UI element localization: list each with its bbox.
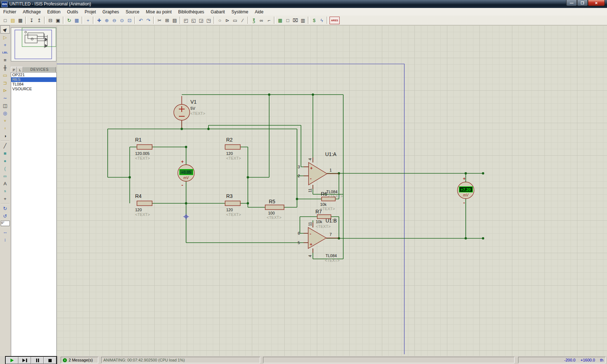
voltage-probe-tool[interactable]: V [1, 117, 9, 125]
tape-recorder-tool[interactable]: ◫ [1, 102, 9, 109]
device-pin-tool[interactable]: ⊳ [1, 87, 9, 94]
restore-button[interactable]: ❐ [577, 0, 588, 6]
subcircuit-tool[interactable]: ▭ [1, 72, 9, 79]
block-move-icon[interactable]: ◱ [190, 17, 197, 24]
remove-sheet-icon[interactable]: ⌧ [292, 17, 299, 24]
minimize-button[interactable]: — [566, 0, 577, 6]
circle-2d-tool[interactable]: ● [1, 157, 9, 165]
symbol-2d-tool[interactable]: S [1, 187, 9, 195]
zoom-area-icon[interactable]: ⊡ [126, 17, 133, 24]
electrical-rule-check-icon[interactable]: ϟ [318, 17, 325, 24]
device-item-res[interactable]: RES [11, 77, 56, 82]
virtual-instrument-tool[interactable]: ◑ [1, 132, 9, 140]
mirror-horizontal-tool[interactable]: ↔ [1, 228, 9, 236]
component-tool[interactable]: ▷ [1, 34, 9, 41]
export-section-icon[interactable]: ↥ [36, 17, 43, 24]
wire-label-tool[interactable]: LBL [1, 49, 9, 56]
play-button[interactable] [6, 357, 18, 364]
toggle-grid-icon[interactable]: ▦ [73, 17, 80, 24]
component-u1a[interactable]: + - U1:A 3 2 1 4 11 TL084 <TEXT> [298, 151, 343, 198]
component-v1[interactable]: V1 5V <TEXT> [174, 96, 205, 128]
import-section-icon[interactable]: ↧ [28, 17, 35, 24]
make-device-icon[interactable]: ⊳ [224, 17, 231, 24]
pick-device-icon[interactable]: ○ [216, 17, 223, 24]
design-explorer-icon[interactable]: ▦ [277, 17, 284, 24]
rotation-angle-field[interactable]: 0° [1, 221, 10, 226]
refresh-icon[interactable]: ↻ [66, 17, 73, 24]
text-script-tool[interactable]: ≡ [1, 56, 9, 64]
block-delete-icon[interactable]: ◳ [205, 17, 212, 24]
block-copy-icon[interactable]: ◰ [182, 17, 189, 24]
stop-button[interactable] [44, 357, 56, 364]
box-2d-tool[interactable]: ■ [1, 150, 9, 157]
marker-2d-tool[interactable]: + [1, 195, 9, 203]
zoom-out-icon[interactable]: ⊖ [111, 17, 118, 24]
device-item-op221[interactable]: OP221 [11, 73, 56, 77]
netlist-to-ares-icon[interactable]: ARES [330, 17, 340, 24]
menu-système[interactable]: Système [228, 9, 251, 15]
wire-autorouter-icon[interactable]: ℥ [250, 17, 257, 24]
current-probe-tool[interactable]: I [1, 125, 9, 132]
rotate-anticlockwise-tool[interactable]: ↺ [1, 212, 9, 220]
zoom-all-icon[interactable]: ⊙ [119, 17, 125, 24]
device-item-tl084[interactable]: TL084 [11, 82, 56, 87]
mirror-vertical-tool[interactable]: ↕ [1, 236, 9, 243]
graph-tool[interactable]: ∼ [1, 94, 9, 102]
message-counter[interactable]: i 2 Message(s) [61, 357, 98, 363]
packaging-tool-icon[interactable]: ▭ [232, 17, 238, 24]
component-r2[interactable]: R2 120 <TEXT> [225, 137, 241, 160]
menu-fichier[interactable]: Fichier [0, 9, 20, 15]
line-2d-tool[interactable]: ╱ [1, 142, 9, 150]
text-2d-tool[interactable]: A [1, 180, 9, 187]
new-file-icon[interactable]: □ [2, 17, 9, 24]
wires[interactable] [108, 95, 483, 259]
goto-sheet-icon[interactable]: ▥ [300, 17, 306, 24]
menu-outils[interactable]: Outils [64, 9, 82, 15]
rotate-clockwise-tool[interactable]: ↻ [1, 205, 9, 212]
device-list[interactable]: OP221RESTL084VSOURCE [11, 72, 57, 357]
menu-source[interactable]: Source [122, 9, 143, 15]
pan-icon[interactable]: ✚ [96, 17, 103, 24]
zoom-in-icon[interactable]: ⊕ [103, 17, 110, 24]
terminal-tool[interactable]: ⊐ [1, 79, 9, 87]
new-sheet-icon[interactable]: □ [284, 17, 291, 24]
bill-of-materials-icon[interactable]: $ [311, 17, 318, 24]
block-rotate-icon[interactable]: ◲ [198, 17, 205, 24]
menu-bibliothèques[interactable]: Bibliothèques [175, 9, 207, 15]
selection-tool[interactable]: ▶ [0, 25, 10, 34]
search-tag-icon[interactable]: ∞ [258, 17, 265, 24]
generator-tool[interactable]: ◎ [1, 109, 9, 117]
menu-edition[interactable]: Edition [44, 9, 64, 15]
component-r4[interactable]: R4 120 <TEXT> [135, 193, 152, 217]
bus-tool[interactable]: ╫ [1, 64, 9, 72]
mark-output-area-icon[interactable]: ▣ [55, 17, 61, 24]
close-button[interactable]: ✕ [588, 0, 605, 6]
component-r5[interactable]: R5 100 <TEXT> [265, 199, 284, 220]
overview-minimap[interactable] [11, 27, 56, 61]
closed-path-2d-tool[interactable]: ∞ [1, 172, 9, 180]
junction-dot-tool[interactable]: + [1, 41, 9, 49]
undo-icon[interactable]: ↶ [137, 17, 144, 24]
pause-button[interactable] [31, 357, 44, 364]
schematic-canvas[interactable]: V1 5V <TEXT> R1 120.005 <TEXT> R2 120 <T… [57, 25, 607, 356]
cut-icon[interactable]: ✂ [156, 17, 163, 24]
component-r3[interactable]: R3 120 <TEXT> [225, 193, 241, 217]
device-item-vsource[interactable]: VSOURCE [11, 87, 56, 91]
print-icon[interactable]: ⊟ [47, 17, 54, 24]
menu-projet[interactable]: Projet [81, 9, 99, 15]
paste-icon[interactable]: ▤ [171, 17, 178, 24]
menu-affichage[interactable]: Affichage [20, 9, 44, 15]
step-button[interactable] [18, 357, 31, 364]
open-file-icon[interactable]: ▤ [9, 17, 16, 24]
copy-icon[interactable]: ⊞ [164, 17, 171, 24]
decompose-icon[interactable]: ⁄ [239, 17, 246, 24]
menu-aide[interactable]: Aide [251, 9, 267, 15]
menu-graphes[interactable]: Graphes [99, 9, 122, 15]
menu-gabarit[interactable]: Gabarit [207, 9, 228, 15]
property-assignment-icon[interactable]: ⌐ [266, 17, 272, 24]
origin-icon[interactable]: + [85, 17, 91, 24]
component-r1[interactable]: R1 120.005 <TEXT> [135, 137, 152, 160]
menu-mise-au-point[interactable]: Mise au point [143, 9, 175, 15]
redo-icon[interactable]: ↷ [145, 17, 152, 24]
arc-2d-tool[interactable]: ( [1, 165, 9, 172]
